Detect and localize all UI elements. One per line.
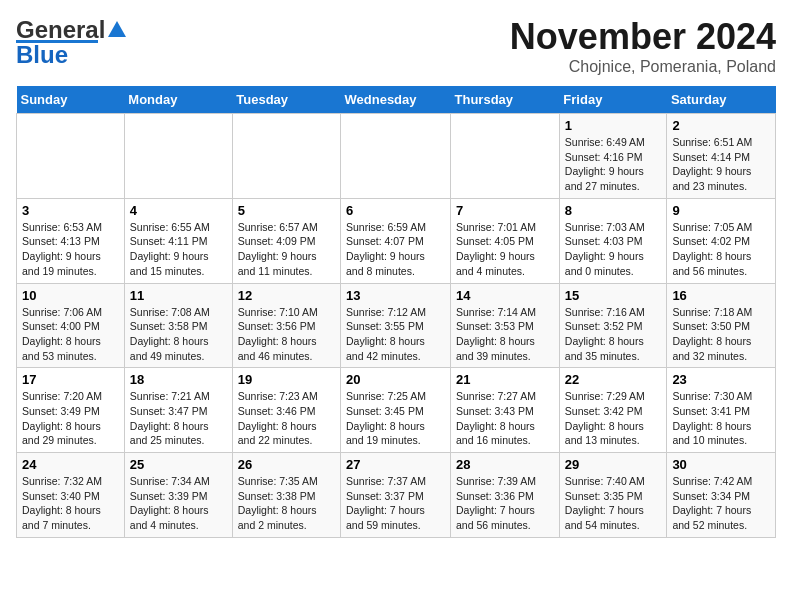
week-row-1: 1Sunrise: 6:49 AMSunset: 4:16 PMDaylight… [17, 114, 776, 199]
header-tuesday: Tuesday [232, 86, 340, 114]
day-info: Sunrise: 7:34 AMSunset: 3:39 PMDaylight:… [130, 474, 227, 533]
month-title: November 2024 [510, 16, 776, 58]
day-cell: 16Sunrise: 7:18 AMSunset: 3:50 PMDayligh… [667, 283, 776, 368]
day-cell: 11Sunrise: 7:08 AMSunset: 3:58 PMDayligh… [124, 283, 232, 368]
day-info: Sunrise: 7:42 AMSunset: 3:34 PMDaylight:… [672, 474, 770, 533]
day-info: Sunrise: 7:14 AMSunset: 3:53 PMDaylight:… [456, 305, 554, 364]
header-sunday: Sunday [17, 86, 125, 114]
day-cell: 1Sunrise: 6:49 AMSunset: 4:16 PMDaylight… [559, 114, 667, 199]
day-cell: 17Sunrise: 7:20 AMSunset: 3:49 PMDayligh… [17, 368, 125, 453]
day-number: 12 [238, 288, 335, 303]
day-cell [341, 114, 451, 199]
location-title: Chojnice, Pomerania, Poland [510, 58, 776, 76]
day-info: Sunrise: 7:10 AMSunset: 3:56 PMDaylight:… [238, 305, 335, 364]
day-cell: 8Sunrise: 7:03 AMSunset: 4:03 PMDaylight… [559, 198, 667, 283]
header-monday: Monday [124, 86, 232, 114]
day-info: Sunrise: 7:30 AMSunset: 3:41 PMDaylight:… [672, 389, 770, 448]
day-number: 1 [565, 118, 662, 133]
day-number: 11 [130, 288, 227, 303]
calendar-body: 1Sunrise: 6:49 AMSunset: 4:16 PMDaylight… [17, 114, 776, 538]
day-number: 14 [456, 288, 554, 303]
day-number: 16 [672, 288, 770, 303]
day-cell: 4Sunrise: 6:55 AMSunset: 4:11 PMDaylight… [124, 198, 232, 283]
day-cell: 23Sunrise: 7:30 AMSunset: 3:41 PMDayligh… [667, 368, 776, 453]
day-number: 25 [130, 457, 227, 472]
day-info: Sunrise: 6:53 AMSunset: 4:13 PMDaylight:… [22, 220, 119, 279]
header-saturday: Saturday [667, 86, 776, 114]
day-number: 6 [346, 203, 445, 218]
calendar-table: SundayMondayTuesdayWednesdayThursdayFrid… [16, 86, 776, 538]
day-info: Sunrise: 6:51 AMSunset: 4:14 PMDaylight:… [672, 135, 770, 194]
day-cell: 3Sunrise: 6:53 AMSunset: 4:13 PMDaylight… [17, 198, 125, 283]
day-info: Sunrise: 6:55 AMSunset: 4:11 PMDaylight:… [130, 220, 227, 279]
header-wednesday: Wednesday [341, 86, 451, 114]
day-cell: 12Sunrise: 7:10 AMSunset: 3:56 PMDayligh… [232, 283, 340, 368]
day-number: 27 [346, 457, 445, 472]
day-info: Sunrise: 7:25 AMSunset: 3:45 PMDaylight:… [346, 389, 445, 448]
day-info: Sunrise: 7:23 AMSunset: 3:46 PMDaylight:… [238, 389, 335, 448]
calendar-header: SundayMondayTuesdayWednesdayThursdayFrid… [17, 86, 776, 114]
day-number: 8 [565, 203, 662, 218]
title-block: November 2024 Chojnice, Pomerania, Polan… [510, 16, 776, 76]
day-info: Sunrise: 7:20 AMSunset: 3:49 PMDaylight:… [22, 389, 119, 448]
day-cell: 2Sunrise: 6:51 AMSunset: 4:14 PMDaylight… [667, 114, 776, 199]
day-cell: 30Sunrise: 7:42 AMSunset: 3:34 PMDayligh… [667, 453, 776, 538]
day-number: 24 [22, 457, 119, 472]
week-row-2: 3Sunrise: 6:53 AMSunset: 4:13 PMDaylight… [17, 198, 776, 283]
day-info: Sunrise: 7:29 AMSunset: 3:42 PMDaylight:… [565, 389, 662, 448]
day-info: Sunrise: 6:57 AMSunset: 4:09 PMDaylight:… [238, 220, 335, 279]
day-number: 21 [456, 372, 554, 387]
day-info: Sunrise: 6:59 AMSunset: 4:07 PMDaylight:… [346, 220, 445, 279]
day-number: 28 [456, 457, 554, 472]
day-cell: 18Sunrise: 7:21 AMSunset: 3:47 PMDayligh… [124, 368, 232, 453]
day-cell [124, 114, 232, 199]
day-number: 26 [238, 457, 335, 472]
day-number: 18 [130, 372, 227, 387]
day-info: Sunrise: 7:03 AMSunset: 4:03 PMDaylight:… [565, 220, 662, 279]
day-cell: 28Sunrise: 7:39 AMSunset: 3:36 PMDayligh… [451, 453, 560, 538]
day-info: Sunrise: 7:39 AMSunset: 3:36 PMDaylight:… [456, 474, 554, 533]
day-cell: 7Sunrise: 7:01 AMSunset: 4:05 PMDaylight… [451, 198, 560, 283]
day-cell [17, 114, 125, 199]
day-number: 2 [672, 118, 770, 133]
day-cell: 9Sunrise: 7:05 AMSunset: 4:02 PMDaylight… [667, 198, 776, 283]
day-cell [451, 114, 560, 199]
day-number: 29 [565, 457, 662, 472]
day-number: 13 [346, 288, 445, 303]
day-info: Sunrise: 7:37 AMSunset: 3:37 PMDaylight:… [346, 474, 445, 533]
day-info: Sunrise: 7:05 AMSunset: 4:02 PMDaylight:… [672, 220, 770, 279]
day-cell: 14Sunrise: 7:14 AMSunset: 3:53 PMDayligh… [451, 283, 560, 368]
day-cell: 19Sunrise: 7:23 AMSunset: 3:46 PMDayligh… [232, 368, 340, 453]
day-cell: 20Sunrise: 7:25 AMSunset: 3:45 PMDayligh… [341, 368, 451, 453]
day-number: 19 [238, 372, 335, 387]
week-row-4: 17Sunrise: 7:20 AMSunset: 3:49 PMDayligh… [17, 368, 776, 453]
day-info: Sunrise: 7:01 AMSunset: 4:05 PMDaylight:… [456, 220, 554, 279]
day-cell: 22Sunrise: 7:29 AMSunset: 3:42 PMDayligh… [559, 368, 667, 453]
day-cell: 24Sunrise: 7:32 AMSunset: 3:40 PMDayligh… [17, 453, 125, 538]
day-number: 30 [672, 457, 770, 472]
day-number: 3 [22, 203, 119, 218]
logo-icon [106, 19, 128, 41]
page-header: General Blue November 2024 Chojnice, Pom… [16, 16, 776, 76]
day-info: Sunrise: 7:32 AMSunset: 3:40 PMDaylight:… [22, 474, 119, 533]
week-row-3: 10Sunrise: 7:06 AMSunset: 4:00 PMDayligh… [17, 283, 776, 368]
day-cell [232, 114, 340, 199]
day-number: 15 [565, 288, 662, 303]
day-cell: 27Sunrise: 7:37 AMSunset: 3:37 PMDayligh… [341, 453, 451, 538]
day-cell: 25Sunrise: 7:34 AMSunset: 3:39 PMDayligh… [124, 453, 232, 538]
day-cell: 15Sunrise: 7:16 AMSunset: 3:52 PMDayligh… [559, 283, 667, 368]
day-number: 5 [238, 203, 335, 218]
day-info: Sunrise: 7:35 AMSunset: 3:38 PMDaylight:… [238, 474, 335, 533]
day-number: 23 [672, 372, 770, 387]
day-cell: 6Sunrise: 6:59 AMSunset: 4:07 PMDaylight… [341, 198, 451, 283]
day-number: 4 [130, 203, 227, 218]
day-info: Sunrise: 7:18 AMSunset: 3:50 PMDaylight:… [672, 305, 770, 364]
header-thursday: Thursday [451, 86, 560, 114]
logo-blue: Blue [16, 41, 68, 69]
day-number: 7 [456, 203, 554, 218]
day-cell: 29Sunrise: 7:40 AMSunset: 3:35 PMDayligh… [559, 453, 667, 538]
day-info: Sunrise: 7:21 AMSunset: 3:47 PMDaylight:… [130, 389, 227, 448]
header-friday: Friday [559, 86, 667, 114]
day-number: 9 [672, 203, 770, 218]
day-number: 10 [22, 288, 119, 303]
